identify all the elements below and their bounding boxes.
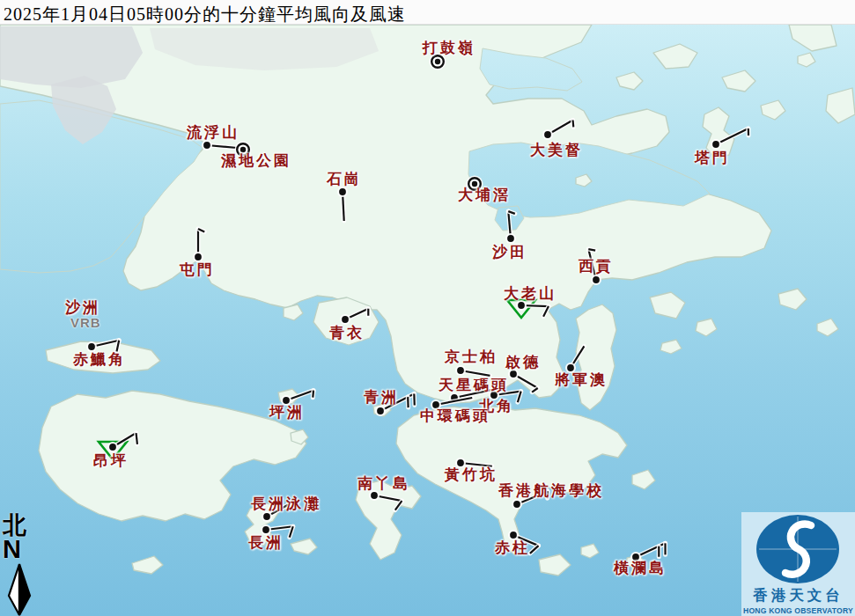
station-label: 流浮山 [187,125,240,140]
station-label: 啟德 [505,355,541,370]
station-label: 香港航海學校 [498,483,604,498]
station-label: 南丫島 [357,476,410,491]
station-label: 屯門 [180,262,215,277]
station-label: 大老山 [504,286,556,301]
station-label: 將軍澳 [555,372,608,387]
north-compass: 北 N [3,514,41,616]
wind-map-page: { "title": "2025年1月04日05時00分的十分鐘平均風向及風速"… [0,0,855,616]
compass-north-letter: N [3,538,41,562]
station-label: 沙田 [492,245,527,260]
station-label: 赤柱 [495,540,530,555]
station-label: 黃竹坑 [445,467,498,482]
station-label: 橫瀾島 [614,561,667,576]
north-arrow-icon [3,562,38,616]
station-label: 長洲 [248,535,284,550]
station-label: 昂坪 [93,453,129,468]
compass-north-zh: 北 [3,514,41,538]
station-label: 西貢 [579,259,614,274]
station-label: 沙洲 [65,300,100,315]
station-label: 坪洲 [269,405,305,420]
map-svg [0,0,855,616]
hko-logo-name-zh: 香港天文台 [753,589,844,604]
variable-wind-label: VRB [70,316,101,329]
station-label: 大美督 [530,143,583,158]
station-label: 濕地公園 [221,153,291,168]
station-label: 石崗 [327,172,362,187]
station-label: 京士柏 [445,349,498,364]
map-title: 2025年1月04日05時00分的十分鐘平均風向及風速 [0,0,855,25]
urban-patch [0,26,143,88]
station-label: 青洲 [364,390,399,405]
station-label: 長洲泳灘 [251,496,321,511]
hko-logo: 香港天文台 HONG KONG OBSERVATORY [741,512,855,616]
station-label: 大埔滘 [458,187,511,202]
station-label: 塔門 [695,150,730,165]
hko-logo-name-en: HONG KONG OBSERVATORY [743,606,853,615]
station-label: 赤鱲角 [73,352,126,367]
station-label: 打鼓嶺 [423,40,475,55]
station-label: 天星碼頭 [439,378,509,392]
hko-logo-icon [741,512,855,588]
station-label: 中環碼頭 [420,408,490,423]
station-label: 青衣 [329,326,365,341]
